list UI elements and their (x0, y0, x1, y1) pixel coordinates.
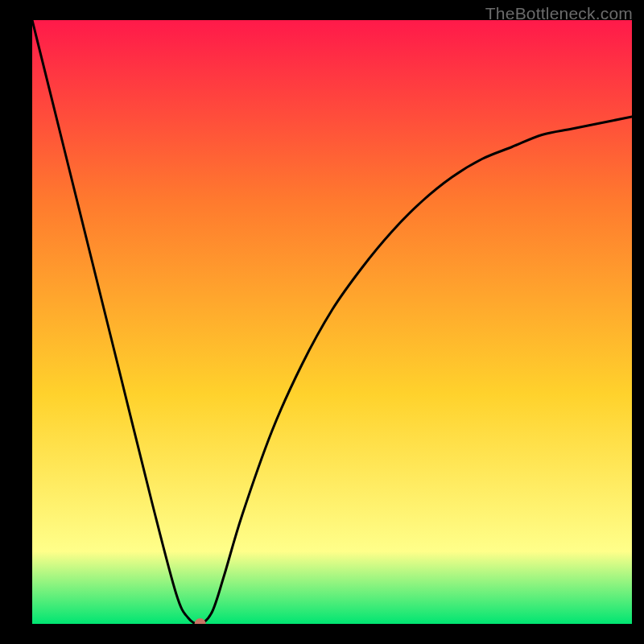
gradient-background (32, 20, 632, 624)
plot-area (32, 20, 632, 624)
watermark-text: TheBottleneck.com (485, 4, 633, 23)
chart-frame: TheBottleneck.com (0, 0, 644, 644)
chart-svg (32, 20, 632, 624)
